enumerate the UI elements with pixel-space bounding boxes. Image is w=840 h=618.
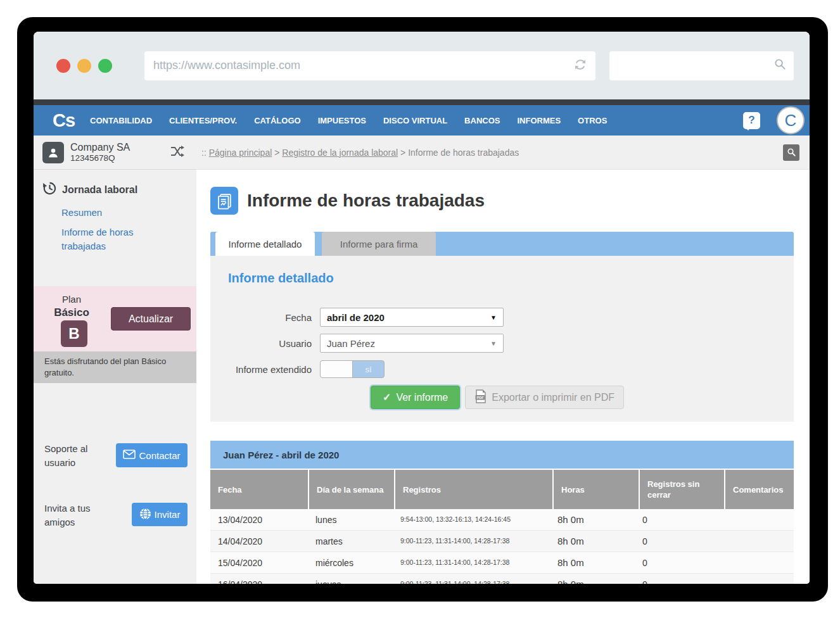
tab-bar: Informe detalladoInforme para firma [210, 232, 794, 256]
informe-extendido-toggle[interactable]: sí [320, 360, 385, 378]
table-cell [719, 509, 794, 530]
invite-row: Invita a tus amigos Invitar [44, 501, 188, 529]
tab-informe-para-firma[interactable]: Informe para firma [322, 232, 436, 256]
table-cell: 8h 0m [550, 531, 635, 552]
address-bar[interactable]: https://www.contasimple.com [144, 51, 595, 80]
column-header: Fecha [210, 470, 308, 509]
sidebar-section-title: Jornada laboral [62, 184, 137, 196]
breadcrumb-current: Informe de horas trabajadas [408, 148, 519, 158]
user-avatar[interactable]: C [777, 106, 805, 134]
table-row[interactable]: 14/04/2020martes9:00-11:23, 11:31-14:00,… [210, 531, 794, 552]
page-search-button[interactable] [783, 144, 799, 161]
table-cell: 9:00-11:23, 11:31-14:00, 14:28-17:38 [393, 531, 550, 552]
column-header: Comentarios [725, 470, 794, 509]
support-label: Soporte al usuario [44, 442, 105, 470]
check-icon: ✓ [383, 391, 391, 403]
plan-notice: Estás disfrutando del plan Básico gratui… [34, 351, 196, 383]
breadcrumb-link[interactable]: Página principal [209, 148, 272, 158]
invite-label: Invita a tus amigos [44, 501, 105, 529]
cell-text: 8h 0m [557, 536, 584, 546]
close-window-button[interactable] [56, 59, 70, 73]
table-cell: 9:00-11:23, 11:31-14:00, 14:28-17:38 [393, 574, 550, 584]
ver-informe-button[interactable]: ✓ Ver informe [371, 386, 460, 409]
sidebar-link-informe-de-horas-trabajadas[interactable]: Informe de horas trabajadas [61, 225, 179, 253]
fecha-row: Fecha abril de 2020 ▼ [210, 308, 794, 327]
report-table-title: Juan Pérez - abril de 2020 [210, 441, 794, 469]
contasimple-logo[interactable]: Cs [53, 110, 75, 131]
column-header: Registros sin cerrar [640, 470, 724, 509]
company-icon [42, 142, 64, 163]
cell-text: 0 [642, 536, 647, 546]
sidebar-links: ResumenInforme de horas trabajadas [61, 206, 179, 253]
plan-box: Plan Básico B Actualizar [34, 286, 196, 351]
nav-item-otros[interactable]: OTROS [578, 116, 607, 125]
table-cell: 9:00-11:23, 11:31-14:00, 14:28-17:38 [393, 552, 550, 573]
traffic-lights [56, 59, 112, 73]
reload-icon[interactable] [574, 58, 587, 73]
report-icon [210, 187, 238, 215]
sidebar-section-jornada-laboral[interactable]: Jornada laboral [42, 181, 137, 198]
fecha-select[interactable]: abril de 2020 ▼ [320, 308, 504, 327]
breadcrumb-prefix: :: [201, 148, 209, 158]
cell-text: 9:00-11:23, 11:31-14:00, 14:28-17:38 [400, 580, 509, 584]
breadcrumb-link[interactable]: Registro de la jornada laboral [282, 148, 398, 158]
cell-text: 9:00-11:23, 11:31-14:00, 14:28-17:38 [400, 558, 509, 567]
usuario-row: Usuario Juan Pérez ▼ [210, 334, 794, 353]
table-row[interactable]: 15/04/2020miércoles9:00-11:23, 11:31-14:… [210, 552, 794, 574]
table-cell: 9:54-13:00, 13:32-16:13, 14:24-16:45 [393, 509, 550, 530]
usuario-value: Juan Pérez [327, 338, 490, 349]
contactar-button[interactable]: Contactar [116, 443, 188, 467]
nav-item-bancos[interactable]: BANCOS [464, 116, 500, 125]
tab-informe-detallado[interactable]: Informe detallado [215, 232, 315, 256]
actualizar-button[interactable]: Actualizar [111, 307, 191, 331]
table-cell: 14/04/2020 [210, 531, 308, 552]
help-button[interactable]: ? [743, 112, 760, 129]
window-divider [34, 99, 810, 105]
globe-icon [139, 508, 151, 522]
nav-item-cat-logo[interactable]: CATÁLOGO [254, 116, 300, 125]
table-body: 13/04/2020lunes9:54-13:00, 13:32-16:13, … [210, 509, 794, 584]
nav-item-clientes-prov-[interactable]: CLIENTES/PROV. [169, 116, 237, 125]
browser-search-field[interactable] [609, 51, 794, 80]
cell-text: martes [315, 536, 343, 546]
table-row[interactable]: 13/04/2020lunes9:54-13:00, 13:32-16:13, … [210, 509, 794, 531]
switch-company-icon[interactable] [170, 145, 185, 160]
cell-text: jueves [315, 579, 341, 584]
company-header: Company SA 12345678Q [34, 136, 196, 170]
contactar-label: Contactar [139, 450, 180, 461]
usuario-select[interactable]: Juan Pérez ▼ [320, 334, 504, 353]
exportar-pdf-button[interactable]: PDF Exportar o imprimir en PDF [465, 386, 624, 409]
nav-item-disco-virtual[interactable]: DISCO VIRTUAL [383, 116, 447, 125]
cell-text: 8h 0m [557, 557, 584, 568]
svg-text:PDF: PDF [477, 395, 485, 399]
table-cell: 8h 0m [550, 552, 635, 573]
table-cell: 0 [635, 574, 719, 584]
pdf-icon: PDF [474, 389, 487, 406]
cell-text: miércoles [315, 558, 353, 568]
nav-item-informes[interactable]: INFORMES [517, 116, 561, 125]
nav-item-impuestos[interactable]: IMPUESTOS [318, 116, 366, 125]
history-clock-icon [42, 181, 57, 198]
browser-window: https://www.contasimple.com Cs CONTABILI… [34, 32, 810, 584]
report-form: Fecha abril de 2020 ▼ Usuario Juan Pérez [210, 308, 794, 409]
minimize-window-button[interactable] [77, 59, 91, 73]
invitar-button[interactable]: Invitar [132, 503, 188, 526]
nav-item-contabilidad[interactable]: CONTABILIDAD [90, 116, 152, 125]
app-body: Company SA 12345678Q [34, 136, 810, 584]
sidebar-link-resumen[interactable]: Resumen [61, 206, 179, 220]
breadcrumb-separator: > [398, 148, 408, 158]
panel-heading: Informe detallado [228, 271, 334, 286]
cell-text: 13/04/2020 [218, 515, 262, 525]
chevron-down-icon: ▼ [490, 314, 497, 321]
maximize-window-button[interactable] [98, 59, 112, 73]
table-row[interactable]: 16/04/2020jueves9:00-11:23, 11:31-14:00,… [210, 574, 794, 584]
toggle-knob [321, 361, 353, 377]
table-cell: 15/04/2020 [210, 552, 308, 573]
plan-label: Plan [34, 294, 110, 305]
toggle-on-label: sí [353, 361, 384, 377]
search-icon[interactable] [774, 58, 786, 73]
page-title-row: Informe de horas trabajadas [210, 187, 794, 215]
url-text[interactable]: https://www.contasimple.com [153, 59, 574, 72]
company-meta: Company SA 12345678Q [70, 142, 170, 163]
table-cell: martes [308, 531, 393, 552]
